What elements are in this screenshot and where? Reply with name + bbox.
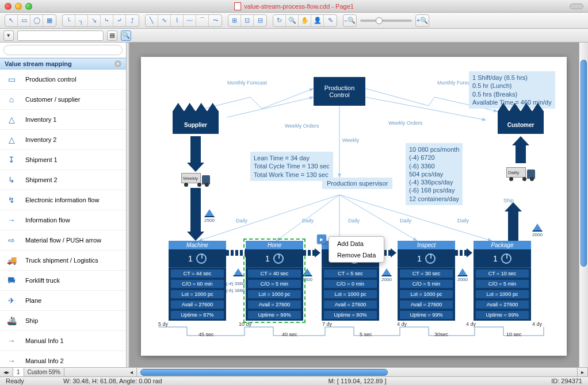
menu-remove-data[interactable]: Remove Data [329, 249, 384, 261]
inv-out[interactable]: 2000 [532, 224, 543, 237]
sidebar-item-9[interactable]: 🚚Truck shipment / Logistics [0, 251, 126, 271]
process-package[interactable]: Package1CT = 10 secC/O = 5 minLot = 1000… [474, 241, 531, 321]
smart-action-button[interactable]: ▸ [317, 234, 326, 244]
rect-tool[interactable]: ▭ [18, 15, 30, 26]
sidebar-item-icon: ↧ [3, 154, 20, 165]
zoom-slider[interactable] [360, 20, 412, 22]
page-tab-1[interactable]: 1 [13, 368, 24, 376]
library-dropdown[interactable] [17, 30, 104, 41]
info-demand-box[interactable]: 10 080 pcs/month(-4) 6720(-6) 3360504 pc… [406, 143, 463, 205]
connector-5[interactable]: ⤶ [113, 15, 126, 26]
inv-side-2: (-6) 1680 [226, 288, 245, 293]
table-tool[interactable]: ▦ [43, 15, 56, 26]
close-window-button[interactable] [5, 3, 12, 10]
zoom-out-button[interactable]: –🔍 [343, 15, 356, 26]
line-5[interactable]: ⌒ [196, 15, 209, 26]
ellipse-tool[interactable]: ◯ [30, 15, 43, 26]
zoom-level-label[interactable]: Custom 59% [24, 368, 64, 376]
label-daily-2: Daily [302, 218, 314, 224]
zoom-window-button[interactable] [25, 3, 32, 10]
snap-3[interactable]: ⊟ [254, 15, 266, 26]
tl-bot-3: 30sec [434, 332, 448, 337]
info-lean-box[interactable]: Lean Time = 34 dayTotal Cycle Time = 130… [250, 152, 333, 181]
zoom-in-button[interactable]: +🔍 [416, 15, 429, 26]
hscroll-left[interactable]: ◂ [127, 368, 137, 376]
node-customer[interactable]: Customer [498, 103, 544, 134]
snap-2[interactable]: ⊡ [241, 15, 254, 26]
sidebar-item-13[interactable]: →Manual Info 1 [0, 331, 126, 351]
sidebar-item-0[interactable]: ▭Production control [0, 70, 126, 90]
tl-bot-4: 10 sec [506, 332, 522, 337]
library-dropdown-toggle[interactable]: ▾ [3, 30, 14, 41]
node-production-control[interactable]: Production Control [314, 77, 365, 106]
inv-machine-side[interactable] [233, 268, 243, 276]
connector-3[interactable]: ↘ [88, 15, 101, 26]
inv-supplier[interactable]: 2500 [204, 209, 215, 223]
sidebar-item-1[interactable]: ⌂Customer / supplier [0, 90, 126, 110]
sidebar-item-14[interactable]: →Manual Info 2 [0, 351, 126, 367]
snap-1[interactable]: ⊞ [228, 15, 241, 26]
pointer-tool[interactable]: ↖ [5, 15, 18, 26]
sidebar-item-label: Information flow [25, 217, 70, 224]
vertical-scrollbar[interactable] [579, 43, 588, 367]
sidebar-item-label: Inventory 2 [25, 136, 56, 143]
library-search-button[interactable]: 🔍 [121, 30, 131, 41]
vscroll-thumb[interactable] [581, 60, 587, 267]
inv-ai[interactable]: 2000 [381, 268, 392, 282]
sidebar-item-5[interactable]: ↳Shipment 2 [0, 170, 126, 190]
inv-mh[interactable]: 3500 [302, 268, 312, 282]
connector-4[interactable]: ⤷ [101, 15, 113, 26]
hscroll-thumb[interactable] [140, 369, 388, 376]
sidebar-item-2[interactable]: △Inventory 1 [0, 110, 126, 130]
eyedropper-tool[interactable]: ✎ [324, 15, 337, 26]
sidebar-item-8[interactable]: ⇨Material flow / PUSH arrow [0, 230, 126, 251]
node-supplier[interactable]: Supplier [173, 103, 219, 134]
sidebar-item-icon: ↯ [3, 194, 20, 206]
line-3[interactable]: ⌇ [171, 15, 184, 26]
sidebar-item-icon: 🚢 [3, 315, 20, 326]
tl-bot-2: 5 sec [360, 332, 372, 337]
line-2[interactable]: ∿ [158, 15, 171, 26]
supplier-to-machine-arrow [190, 188, 201, 234]
sidebar-item-7[interactable]: →Information flow [0, 210, 126, 230]
zoom-tool[interactable]: 🔍 [286, 15, 299, 26]
connector-6[interactable]: ⤴ [126, 15, 139, 26]
truck-supplier[interactable]: Weekly [181, 172, 210, 187]
grid-view-button[interactable]: ▦ [107, 30, 117, 41]
truck-customer[interactable]: Dailly [506, 166, 535, 181]
minimize-window-button[interactable] [15, 3, 22, 10]
close-category-icon[interactable]: × [114, 60, 121, 67]
process-hone[interactable]: Hone1CT = 40 secC/O = 5 minLot = 1000 pc… [246, 241, 303, 321]
line-6[interactable]: ⤳ [209, 15, 222, 26]
node-production-supervisor[interactable]: Production supervisor [322, 178, 392, 189]
hscroll-right[interactable]: ▸ [577, 368, 588, 376]
connector-1[interactable]: └ [63, 15, 75, 26]
traffic-lights [5, 3, 32, 10]
connector-2[interactable]: ┐ [75, 15, 88, 26]
refresh-button[interactable]: ↻ [273, 15, 286, 26]
customer-up-arrow [516, 143, 526, 163]
sidebar-item-11[interactable]: ✈Plane [0, 291, 126, 311]
tool-group-view: ↻ 🔍 ✋ 👤 ✎ [273, 14, 337, 27]
process-inspect[interactable]: Inspect1CT = 30 secC/O = 5 minLot = 1000… [398, 241, 455, 321]
pan-tool[interactable]: ✋ [299, 15, 311, 26]
user-tool[interactable]: 👤 [311, 15, 324, 26]
horizontal-scrollbar[interactable] [139, 369, 566, 376]
drawing-canvas[interactable]: Monthly Forecast Monthly Forecast Weekly… [141, 57, 567, 356]
titlebar-pill[interactable] [570, 3, 583, 9]
page-nav-buttons[interactable]: ◂▸ [0, 368, 13, 376]
sidebar-category-header[interactable]: Value stream mapping × [0, 58, 126, 70]
zoom-slider-thumb[interactable] [376, 17, 383, 24]
line-4[interactable]: 〰 [184, 15, 196, 26]
sidebar-item-12[interactable]: 🚢Ship [0, 311, 126, 331]
menu-add-data[interactable]: Add Data [329, 238, 384, 249]
sidebar-item-6[interactable]: ↯Electronic information flow [0, 190, 126, 210]
process-machine[interactable]: Machine1CT = 44 secC/O = 60 minLot = 100… [169, 241, 226, 321]
sidebar-search-input[interactable] [3, 45, 123, 55]
sidebar-item-4[interactable]: ↧Shipment 1 [0, 150, 126, 170]
line-1[interactable]: ╲ [146, 15, 158, 26]
sidebar-item-10[interactable]: ⛟Forklift truck [0, 271, 126, 291]
inv-ip[interactable]: 2000 [457, 268, 468, 282]
sidebar-item-3[interactable]: △Inventory 2 [0, 130, 126, 150]
vertical-splitter[interactable] [127, 43, 130, 367]
